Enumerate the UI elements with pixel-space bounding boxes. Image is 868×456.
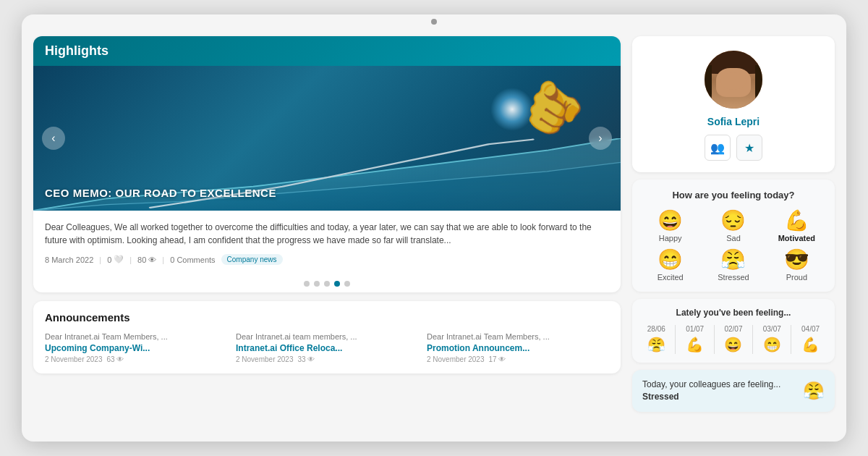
ann-date-1: 2 November 2023: [45, 355, 103, 363]
views-count: 80: [137, 256, 146, 264]
recent-emoji-3: 😄: [724, 336, 742, 353]
ann-eye-icon-2: 👁: [307, 355, 315, 363]
highlights-likes: 0 🤍: [107, 255, 124, 264]
recently-row: 28/06 😤 01/07 💪 02/07 😄 03: [642, 325, 825, 354]
excited-emoji: 😁: [658, 250, 683, 270]
ann-teaser-1: Dear Intranet.ai Team Members, ...: [45, 332, 227, 341]
highlights-comments: 0 Comments: [170, 256, 215, 264]
feeling-grid: 😄 Happy 😔 Sad 💪 Motivated 😁 Excited: [642, 211, 825, 282]
announcement-item-1: Dear Intranet.ai Team Members, ... Upcom…: [45, 332, 227, 363]
feeling-happy[interactable]: 😄 Happy: [642, 211, 698, 242]
announcement-item-3: Dear Intranet.ai Team Members, ... Promo…: [427, 332, 609, 363]
avatar: [705, 51, 762, 109]
chart-visual: [33, 138, 621, 211]
recently-card: Lately you've been feeling... 28/06 😤 01…: [632, 299, 835, 363]
colleagues-text: Today, your colleagues are feeling... St…: [642, 379, 780, 403]
dot-3[interactable]: [324, 281, 330, 287]
highlights-image: 🫵 CEO MEMO: OUR ROAD TO EXCELLENCE ‹ ›: [33, 66, 621, 211]
heart-icon: 🤍: [114, 255, 124, 264]
ann-views-1: 63 👁: [107, 355, 124, 363]
proud-emoji: 😎: [784, 250, 809, 270]
colleagues-card: Today, your colleagues are feeling... St…: [632, 370, 835, 412]
device-frame: Highlights: [22, 14, 846, 442]
meta-sep-1: |: [99, 256, 101, 264]
recent-emoji-1: 😤: [647, 336, 665, 353]
ann-title-3[interactable]: Promotion Announcem...: [427, 343, 609, 353]
announcements-card: Announcements Dear Intranet.ai Team Memb…: [33, 301, 621, 373]
announcement-item-2: Dear Intranet.ai team members, ... Intra…: [236, 332, 418, 363]
recent-date-3: 02/07: [724, 325, 742, 333]
ann-title-1[interactable]: Upcoming Company-Wi...: [45, 343, 227, 353]
recent-date-2: 01/07: [686, 325, 704, 333]
ann-eye-icon-3: 👁: [498, 355, 506, 363]
dot-2[interactable]: [314, 281, 320, 287]
recent-emoji-4: 😁: [763, 336, 781, 353]
ann-date-3: 2 November 2023: [427, 355, 485, 363]
recent-item-5: 04/07 💪: [801, 325, 820, 353]
team-icon: 👥: [710, 141, 725, 155]
feeling-motivated[interactable]: 💪 Motivated: [769, 211, 825, 242]
stressed-label: Stressed: [718, 273, 749, 282]
device-notch: [431, 19, 437, 25]
ann-teaser-2: Dear Intranet.ai team members, ...: [236, 332, 418, 341]
ann-views-2: 33 👁: [298, 355, 315, 363]
highlights-card: Highlights: [33, 36, 621, 292]
dot-5[interactable]: [344, 281, 350, 287]
star-button[interactable]: ★: [736, 135, 762, 161]
ann-date-2: 2 November 2023: [236, 355, 294, 363]
recent-divider-3: [752, 325, 753, 354]
proud-label: Proud: [786, 273, 807, 282]
colleagues-emoji: 😤: [803, 381, 825, 401]
colleagues-feeling: Stressed: [642, 391, 780, 403]
recent-date-4: 03/07: [763, 325, 781, 333]
recent-date-5: 04/07: [801, 325, 820, 333]
excited-label: Excited: [658, 273, 684, 282]
eye-icon: 👁: [148, 256, 156, 264]
carousel-dots: [33, 275, 621, 292]
likes-count: 0: [107, 256, 111, 264]
feeling-stressed[interactable]: 😤 Stressed: [705, 250, 761, 282]
star-icon: ★: [744, 141, 754, 155]
feeling-card: How are you feeling today? 😄 Happy 😔 Sad…: [632, 180, 835, 292]
dot-1[interactable]: [304, 281, 310, 287]
ann-views-count-2: 33: [298, 355, 306, 363]
highlights-body: Dear Colleagues, We all worked together …: [33, 211, 621, 275]
ann-views-count-1: 63: [107, 355, 115, 363]
ann-teaser-3: Dear Intranet.ai Team Members, ...: [427, 332, 609, 341]
recent-divider-2: [714, 325, 715, 354]
highlights-overlay-text: CEO MEMO: OUR ROAD TO EXCELLENCE: [45, 187, 276, 199]
recent-emoji-5: 💪: [801, 336, 820, 353]
recent-item-2: 01/07 💪: [686, 325, 704, 353]
announcements-grid: Dear Intranet.ai Team Members, ... Upcom…: [45, 332, 609, 363]
recent-item-1: 28/06 😤: [647, 325, 665, 353]
highlights-views: 80 👁: [137, 256, 156, 264]
ann-views-count-3: 17: [489, 355, 497, 363]
recently-title: Lately you've been feeling...: [642, 308, 825, 318]
colleagues-line1: Today, your colleagues are feeling...: [642, 379, 780, 389]
highlights-date: 8 March 2022: [45, 256, 93, 264]
ann-meta-3: 2 November 2023 17 👁: [427, 355, 609, 363]
team-button[interactable]: 👥: [705, 135, 731, 161]
ann-eye-icon-1: 👁: [116, 355, 124, 363]
ann-title-2[interactable]: Intranet.ai Office Reloca...: [236, 343, 418, 353]
announcements-title: Announcements: [45, 311, 609, 324]
profile-card: Sofia Lepri 👥 ★: [632, 36, 835, 172]
carousel-prev-button[interactable]: ‹: [42, 127, 65, 150]
stressed-emoji: 😤: [720, 250, 746, 270]
dot-4[interactable]: [334, 281, 340, 287]
ann-meta-2: 2 November 2023 33 👁: [236, 355, 418, 363]
ann-meta-1: 2 November 2023 63 👁: [45, 355, 227, 363]
meta-sep-2: |: [129, 256, 132, 264]
carousel-next-button[interactable]: ›: [589, 127, 612, 150]
ann-views-3: 17 👁: [489, 355, 506, 363]
recent-divider-1: [675, 325, 676, 354]
profile-actions: 👥 ★: [705, 135, 762, 161]
recent-item-3: 02/07 😄: [724, 325, 742, 353]
meta-sep-3: |: [162, 256, 164, 264]
motivated-label: Motivated: [778, 234, 815, 242]
highlights-tag[interactable]: Company news: [221, 254, 283, 265]
sad-emoji: 😔: [720, 211, 746, 231]
feeling-excited[interactable]: 😁 Excited: [642, 250, 698, 282]
feeling-proud[interactable]: 😎 Proud: [769, 250, 825, 282]
feeling-sad[interactable]: 😔 Sad: [705, 211, 761, 242]
